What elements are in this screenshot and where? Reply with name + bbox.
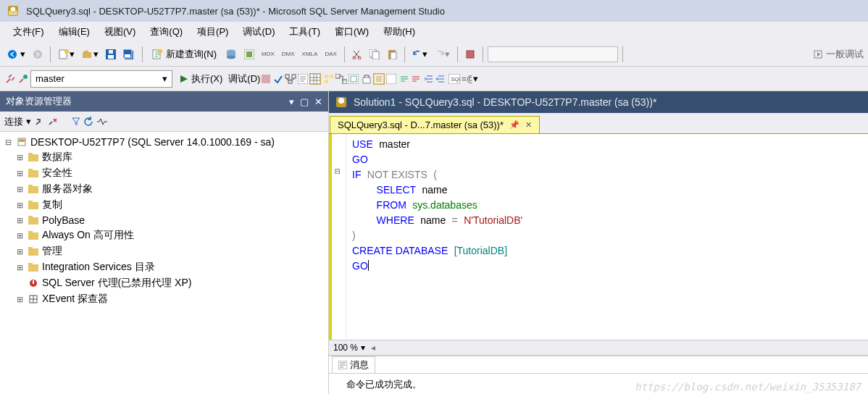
save-button[interactable]	[103, 46, 119, 63]
save-all-button[interactable]	[120, 46, 138, 63]
tool-button[interactable]	[462, 46, 478, 63]
menu-query[interactable]: 查询(Q)	[143, 22, 190, 41]
tree-item-security[interactable]: ⊞安全性	[0, 165, 328, 181]
expand-icon[interactable]: ⊞	[14, 201, 25, 210]
database-selector[interactable]: master ▾	[30, 70, 172, 88]
panel-close-icon[interactable]: ✕	[314, 96, 322, 107]
folder-icon	[28, 230, 39, 241]
menu-help[interactable]: 帮助(H)	[376, 22, 422, 41]
paste-button[interactable]	[384, 46, 400, 63]
menu-edit[interactable]: 编辑(E)	[51, 22, 97, 41]
panel-dropdown-icon[interactable]: ▾	[289, 96, 294, 107]
open-button[interactable]: ▾	[79, 46, 101, 63]
tree-item-integration[interactable]: ⊞Integration Services 目录	[0, 259, 328, 275]
menu-view[interactable]: 视图(V)	[97, 22, 143, 41]
disconnect-button[interactable]	[34, 117, 44, 127]
object-explorer-header: 对象资源管理器 ▾ ▢ ✕	[0, 91, 328, 112]
results-grid-button[interactable]	[309, 73, 321, 85]
query-toolbar: master ▾ 执行(X) 调试(D) SQL =@ ▾	[0, 67, 868, 91]
sql-code[interactable]: USE master GO IF NOT EXISTS ( SELECT nam…	[346, 134, 528, 340]
collapse-icon[interactable]: ⊟	[335, 166, 341, 177]
tree-item-databases[interactable]: ⊞数据库	[0, 149, 328, 165]
cut-button[interactable]	[349, 46, 365, 63]
expand-icon[interactable]: ⊞	[14, 153, 25, 162]
dropdown-final[interactable]: ▾	[473, 73, 478, 84]
nav-fwd-button[interactable]	[30, 46, 46, 63]
undo-button[interactable]: ▾	[409, 46, 430, 63]
indent-button[interactable]	[424, 75, 434, 83]
tree-item-alwayson[interactable]: ⊞Always On 高可用性	[0, 227, 328, 243]
messages-panel: 消息 命令已成功完成。 https://blog.csdn.net/weixin…	[329, 356, 868, 394]
expand-icon[interactable]: ⊞	[14, 231, 25, 240]
expand-icon[interactable]: ⊞	[14, 169, 25, 178]
at-button[interactable]: =@	[462, 74, 472, 84]
redo-button[interactable]: ▾	[432, 46, 453, 63]
results-text-button[interactable]	[298, 74, 308, 84]
outdent-button[interactable]	[435, 75, 446, 83]
new-query-button[interactable]: 新建查询(N)	[147, 46, 221, 63]
menu-window[interactable]: 窗口(W)	[327, 22, 376, 41]
menu-project[interactable]: 项目(P)	[190, 22, 235, 41]
design-button[interactable]	[324, 74, 334, 84]
menu-file[interactable]: 文件(F)	[6, 22, 51, 41]
tree-item-xevent[interactable]: ⊞XEvent 探查器	[0, 291, 328, 307]
execute-button[interactable]: 执行(X)	[175, 71, 227, 87]
tb-btn-d[interactable]	[373, 73, 385, 85]
xmla-button[interactable]: XMLA	[299, 46, 321, 63]
panel-pin-icon[interactable]: ▢	[300, 96, 309, 107]
new-item-button[interactable]: ▾	[55, 46, 78, 63]
disconnect-all-button[interactable]	[47, 117, 57, 127]
tree-item-sql-agent[interactable]: SQL Server 代理(已禁用代理 XP)	[0, 275, 328, 291]
nav-back-button[interactable]: ▾	[4, 46, 28, 63]
tree-server-node[interactable]: ⊟ DESKTOP-U52T7P7 (SQL Server 14.0.1000.…	[0, 135, 328, 149]
code-editor[interactable]: ⊟ USE master GO IF NOT EXISTS ( SELECT n…	[329, 133, 868, 340]
tree-item-polybase[interactable]: ⊞PolyBase	[0, 213, 328, 227]
parse-button[interactable]	[273, 74, 283, 84]
svg-rect-54	[28, 169, 33, 171]
tree-item-server-objects[interactable]: ⊞服务器对象	[0, 181, 328, 197]
stop-button[interactable]	[262, 75, 270, 83]
tb-btn-c[interactable]	[362, 74, 372, 84]
comment-button[interactable]	[399, 75, 409, 83]
svg-rect-66	[28, 263, 33, 265]
db-icon-button[interactable]	[222, 46, 240, 63]
db-icon2-button[interactable]	[241, 46, 257, 63]
connection-button[interactable]	[4, 73, 16, 85]
tb-btn-a[interactable]	[335, 74, 347, 84]
expand-icon[interactable]: ⊞	[14, 216, 25, 225]
mdx-button[interactable]: MDX	[259, 46, 277, 63]
uncomment-button[interactable]	[411, 75, 421, 83]
dax-button[interactable]: DAX	[322, 46, 339, 63]
menu-debug[interactable]: 调试(D)	[235, 22, 282, 41]
search-box[interactable]	[488, 46, 618, 62]
scroll-left-icon[interactable]: ◂	[371, 343, 375, 353]
messages-tab[interactable]: 消息	[332, 356, 375, 373]
document-tab[interactable]: SQLQuery3.sql - D...7.master (sa (53))* …	[330, 116, 540, 133]
filter-button[interactable]	[72, 117, 80, 126]
activity-button[interactable]	[96, 117, 108, 126]
debug-button[interactable]: 调试(D)	[228, 72, 260, 85]
plan-button[interactable]	[285, 74, 296, 84]
expand-icon[interactable]: ⊞	[14, 185, 25, 194]
refresh-button[interactable]	[83, 117, 93, 127]
connect-button[interactable]: 连接 ▾	[4, 115, 31, 128]
zoom-selector[interactable]: 100 % ▾ ◂	[329, 340, 868, 356]
expand-icon[interactable]: ⊞	[14, 263, 25, 272]
change-conn-button[interactable]	[17, 73, 29, 85]
sqlcmd-button[interactable]: SQL	[448, 74, 460, 84]
collapse-icon[interactable]: ⊟	[3, 138, 13, 147]
svg-rect-68	[33, 280, 34, 284]
tb-btn-b[interactable]	[349, 74, 359, 84]
tb-btn-e[interactable]	[386, 74, 396, 84]
menu-tools[interactable]: 工具(T)	[282, 22, 327, 41]
stop-button-2[interactable]	[60, 117, 69, 126]
copy-button[interactable]	[367, 46, 383, 63]
expand-icon[interactable]: ⊞	[14, 247, 25, 256]
tree-item-replication[interactable]: ⊞复制	[0, 197, 328, 213]
svg-rect-8	[84, 51, 88, 53]
close-icon[interactable]: ✕	[525, 120, 532, 130]
pin-icon[interactable]: 📌	[509, 120, 519, 130]
tree-item-management[interactable]: ⊞管理	[0, 243, 328, 259]
expand-icon[interactable]: ⊞	[14, 295, 25, 304]
dmx-button[interactable]: DMX	[279, 46, 298, 63]
